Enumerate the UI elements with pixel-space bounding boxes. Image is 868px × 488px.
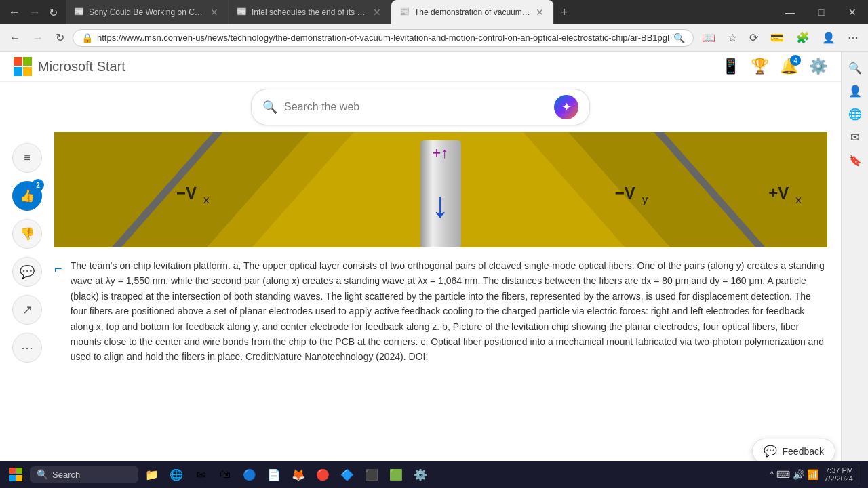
taskbar-date-value: 7/2/2024 [824,474,853,483]
taskbar: 🔍 Search 📁 🌐 ✉ 🛍 🔵 📄 🦊 🔴 🔷 ⬛ 🟩 ⚙️ ^ ⌨ 🔊 … [0,461,868,488]
svg-text:+↑: +↑ [433,145,448,161]
minimize-button[interactable]: — [774,0,806,24]
taskbar-app4[interactable]: ⬛ [361,464,382,485]
msn-search-area: 🔍 ✦ [0,82,841,132]
settings-icon[interactable]: ⚙️ [809,58,827,75]
msn-page: Microsoft Start 📱 🏆 🔔 4 ⚙️ 🔍 ✦ [0,52,841,488]
right-sidebar-globe[interactable]: 🌐 [844,103,866,125]
msn-logo-text: Microsoft Start [38,59,125,75]
new-tab-button[interactable]: + [554,0,574,24]
browser-body: Microsoft Start 📱 🏆 🔔 4 ⚙️ 🔍 ✦ [0,52,868,488]
more-actions-button[interactable]: ⋯ [844,28,863,47]
article-main: ↓ +↑ −V x −V y +V x [54,132,841,378]
refresh-page-button[interactable]: ⟳ [745,28,762,47]
main-content: Microsoft Start 📱 🏆 🔔 4 ⚙️ 🔍 ✦ [0,52,841,488]
taskbar-explorer[interactable]: 📁 [141,464,163,485]
dislike-button[interactable]: 👎 [12,219,42,249]
reader-view-button[interactable]: 📖 [698,28,719,47]
lock-icon: 🔒 [81,33,93,43]
like-button[interactable]: 👍 2 [12,181,42,211]
mobile-icon[interactable]: 📱 [722,58,740,75]
taskbar-system-icons: ^ ⌨ 🔊 📶 [770,469,819,480]
msn-search-input[interactable] [284,101,547,113]
taskbar-store[interactable]: 🛍 [214,464,236,485]
taskbar-search[interactable]: 🔍 Search [30,466,138,483]
article-body-text: The team's on-chip levitation platform. … [71,258,827,365]
taskbar-volume[interactable]: 🔊 [793,469,804,480]
bars-icon-button[interactable]: ≡ [12,143,42,173]
msn-logo: Microsoft Start [14,57,125,76]
svg-text:x: x [795,192,802,206]
search-button[interactable]: 🔍 [673,33,685,43]
address-input[interactable] [97,33,669,43]
reload-button[interactable]: ↻ [52,28,68,47]
address-bar[interactable]: 🔒 🔍 [73,29,694,47]
back-button[interactable]: ← [5,29,24,47]
forward-button[interactable]: → [28,29,47,47]
taskbar-chevron[interactable]: ^ [770,470,774,479]
taskbar-chrome[interactable]: 🔵 [239,464,260,485]
right-sidebar: 🔍 👤 🌐 ✉ 🔖 + [841,52,868,488]
tab-1[interactable]: 📰 Sony Could Be Working on Cust... ✕ [66,0,229,24]
taskbar-acrobat[interactable]: 📄 [263,464,285,485]
close-button[interactable]: ✕ [837,0,868,24]
browser-wallet-button[interactable]: 💳 [766,28,788,47]
notification-bell[interactable]: 🔔 4 [780,58,798,75]
feedback-button[interactable]: 💬 Feedback [752,439,835,464]
copilot-icon[interactable]: ✦ [554,95,578,119]
tab-2[interactable]: 📰 Intel schedules the end of its 20... ✕ [229,0,391,24]
feedback-icon: 💬 [764,445,777,458]
tab-2-close[interactable]: ✕ [372,5,382,19]
tab-2-title: Intel schedules the end of its 20... [252,7,368,17]
nav-bar: ← → ↻ 🔒 🔍 📖 ☆ ⟳ 💳 🧩 👤 ⋯ [0,24,868,52]
edge-profile-button[interactable]: 👤 [818,28,840,47]
taskbar-app3[interactable]: 🔷 [336,464,358,485]
article-image: ↓ +↑ −V x −V y +V x [54,132,827,247]
trophy-icon[interactable]: 🏆 [751,58,769,75]
taskbar-settings[interactable]: ⚙️ [410,464,431,485]
taskbar-search-text: Search [52,470,80,480]
svg-text:−V: −V [615,184,635,202]
tab-1-title: Sony Could Be Working on Cust... [89,7,205,17]
article-image-svg: ↓ +↑ −V x −V y +V x [54,132,827,247]
comment-button[interactable]: 💬 [12,257,42,287]
tab-1-close[interactable]: ✕ [209,5,220,19]
maximize-button[interactable]: □ [806,0,837,24]
right-sidebar-search[interactable]: 🔍 [844,57,866,79]
window-controls: — □ ✕ [774,0,868,24]
back-icon[interactable]: ← [5,3,23,22]
tab-2-favicon: 📰 [237,7,248,18]
svg-text:x: x [203,192,210,206]
tab-3[interactable]: 📰 The demonstration of vacuum le... ✕ [391,0,554,24]
taskbar-keyboard[interactable]: ⌨ [776,469,790,480]
right-sidebar-bookmark[interactable]: 🔖 [844,149,866,171]
msn-search-wrapper[interactable]: 🔍 ✦ [251,89,590,125]
start-button[interactable] [5,464,27,485]
right-sidebar-mail[interactable]: ✉ [844,126,866,148]
extensions-button[interactable]: 🧩 [792,28,814,47]
tab-3-title: The demonstration of vacuum le... [414,7,530,17]
tab-3-close[interactable]: ✕ [534,5,545,19]
taskbar-edge[interactable]: 🌐 [165,464,187,485]
taskbar-network[interactable]: 📶 [807,469,818,480]
taskbar-search-icon: 🔍 [37,469,48,480]
svg-text:↓: ↓ [431,184,450,224]
forward-icon[interactable]: → [26,3,43,22]
tab-bar: ← → ↻ 📰 Sony Could Be Working on Cust...… [0,0,868,24]
taskbar-mail[interactable]: ✉ [190,464,212,485]
article-container: ≡ 👍 2 👎 💬 ↗ ⋯ [0,132,841,378]
quote-icon: ⌐ [54,261,62,365]
refresh-icon[interactable]: ↻ [46,3,60,22]
notification-badge: 4 [790,55,801,66]
more-button[interactable]: ⋯ [12,333,42,363]
taskbar-time: 7:37 PM 7/2/2024 [824,466,853,483]
taskbar-app5[interactable]: 🟩 [385,464,407,485]
taskbar-show-desktop[interactable] [859,464,863,485]
search-icon: 🔍 [262,100,277,115]
favorites-button[interactable]: ☆ [724,28,741,47]
right-sidebar-person[interactable]: 👤 [844,80,866,102]
share-button[interactable]: ↗ [12,295,42,325]
svg-text:+V: +V [768,184,789,202]
taskbar-app2[interactable]: 🔴 [312,464,334,485]
taskbar-firefox[interactable]: 🦊 [288,464,309,485]
